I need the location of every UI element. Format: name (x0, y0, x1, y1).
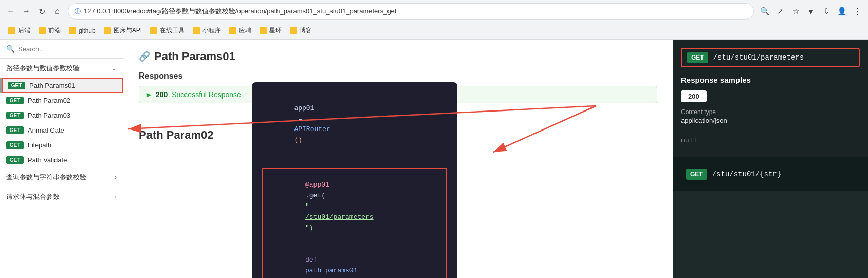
folder-icon (8, 27, 15, 34)
browser-toolbar: ← → ↻ ⌂ ⓘ 127.0.0.1:8000/redoc#tag/路径参数与… (0, 0, 868, 23)
address-bar[interactable]: ⓘ 127.0.0.1:8000/redoc#tag/路径参数与数值参数校验/o… (68, 3, 754, 20)
folder-icon (69, 27, 76, 34)
sidebar: 🔍 路径参数与数值参数校验 ⌄ GET Path Params01 GET Pa… (0, 40, 123, 278)
extensions-button[interactable]: ▼ (804, 5, 818, 18)
right-panel: GET /stu/stu01/parameters Response sampl… (673, 40, 868, 278)
bookmark-blog[interactable]: 博客 (287, 25, 315, 36)
get-badge-3: GET (6, 126, 24, 134)
code-line-2 (262, 157, 447, 168)
search-button[interactable]: 🔍 (758, 5, 771, 18)
search-row: 🔍 (6, 45, 117, 53)
content-type-label: Content type (681, 108, 860, 116)
chevron-right-icon-2: › (115, 193, 117, 200)
response-code: 200 (156, 90, 168, 99)
browser-chrome: ← → ↻ ⌂ ⓘ 127.0.0.1:8000/redoc#tag/路径参数与… (0, 0, 868, 40)
chevron-down-icon: ⌄ (112, 65, 117, 72)
nav-group-request-label: 请求体与混合参数 (6, 192, 60, 201)
code-block-container: app01 = APIRouter () @app01 .get( " /stu… (252, 72, 457, 278)
nav-group-label: 路径参数与数值参数校验 (6, 64, 80, 73)
folder-icon (290, 27, 297, 34)
nav-item-label-0: Path Params01 (29, 82, 76, 89)
sidebar-search: 🔍 (0, 40, 123, 59)
nav-group-query-params[interactable]: 查询参数与字符串参数校验 › (0, 168, 123, 187)
sidebar-item-path-param03[interactable]: GET Path Param03 (0, 108, 123, 123)
search-icon: 🔍 (6, 45, 15, 53)
status-code-tab[interactable]: 200 (681, 90, 707, 102)
code-line-4: def path_params01 (): (265, 244, 444, 278)
nav-group-query-label: 查询参数与字符串参数校验 (6, 173, 86, 182)
home-button[interactable]: ⌂ (50, 5, 64, 18)
code-line-3: @app01 .get( " /stu01/parameters ") (265, 170, 444, 245)
right-panel-endpoint-path: /stu/stu01/parameters (713, 53, 804, 62)
toolbar-actions: 🔍 ➚ ☆ ▼ ⇩ 👤 ⋮ (758, 5, 864, 18)
right-panel-endpoint-path-2: /stu/stu01/{str} (712, 170, 781, 178)
bookmark-label: 图床与API (114, 26, 142, 35)
search-input[interactable] (18, 45, 117, 53)
bookmark-label: 后端 (18, 26, 30, 35)
bookmark-frontend[interactable]: 前端 (35, 25, 64, 36)
bookmark-github[interactable]: github (66, 26, 99, 35)
bookmark-label: 星环 (269, 26, 282, 35)
response-desc: Successful Response (172, 90, 241, 99)
content-type-value: application/json (681, 117, 860, 124)
bookmark-label: github (79, 27, 96, 34)
get-badge-5: GET (6, 156, 24, 164)
bookmark-label: 小程序 (202, 26, 221, 35)
section1-title-row: 🔗 Path Params01 (139, 50, 657, 63)
folder-icon (193, 27, 200, 34)
nav-item-label-1: Path Param02 (28, 97, 70, 104)
right-panel-method-badge: GET (687, 52, 708, 63)
sidebar-item-path-param02[interactable]: GET Path Param02 (0, 93, 123, 108)
right-panel-top: GET /stu/stu01/parameters Response sampl… (673, 40, 868, 157)
folder-icon (229, 27, 236, 34)
right-panel-bottom: GET /stu/stu01/{str} (673, 157, 868, 191)
get-badge-1: GET (6, 97, 24, 104)
bookmark-backend[interactable]: 后端 (5, 25, 33, 36)
section1-title: Path Params01 (154, 50, 235, 63)
endpoint-row2: GET /stu/stu01/{str} (681, 165, 860, 183)
bookmark-label: 博客 (300, 26, 312, 35)
reload-button[interactable]: ↻ (35, 5, 48, 18)
link-icon: 🔗 (139, 51, 150, 62)
sidebar-nav: 路径参数与数值参数校验 ⌄ GET Path Params01 GET Path… (0, 59, 123, 278)
nav-item-label-3: Animal Cate (28, 126, 64, 134)
sidebar-item-filepath[interactable]: GET Filepath (0, 138, 123, 153)
forward-button[interactable]: → (20, 5, 33, 18)
nav-group-path-params[interactable]: 路径参数与数值参数校验 ⌄ (0, 59, 123, 78)
folder-icon (150, 27, 157, 34)
download-button[interactable]: ⇩ (820, 5, 833, 18)
nav-buttons: ← → ↻ ⌂ (4, 5, 64, 18)
chevron-right-icon: › (115, 174, 117, 181)
bookmark-label: 在线工具 (160, 26, 184, 35)
bookmark-xinghuan[interactable]: 星环 (256, 25, 285, 36)
back-button[interactable]: ← (4, 5, 17, 18)
nav-item-label-2: Path Param03 (28, 112, 70, 119)
bookmark-jobs[interactable]: 应聘 (226, 25, 254, 36)
response-samples-title: Response samples (681, 76, 860, 84)
nav-item-label-5: Path Validate (28, 156, 67, 164)
get-badge-4: GET (6, 141, 24, 149)
nav-group-request-body[interactable]: 请求体与混合参数 › (0, 187, 123, 207)
bookmark-imageapi[interactable]: 图床与API (101, 25, 145, 36)
app-body: 🔍 路径参数与数值参数校验 ⌄ GET Path Params01 GET Pa… (0, 40, 868, 278)
sidebar-item-animal-cate[interactable]: GET Animal Cate (0, 123, 123, 138)
profile-button[interactable]: 👤 (835, 5, 848, 18)
right-panel-method-badge-2: GET (686, 169, 707, 180)
bookmark-miniprogram[interactable]: 小程序 (190, 25, 224, 36)
folder-icon (104, 27, 111, 34)
address-text: 127.0.0.1:8000/redoc#tag/路径参数与数值参数校验/ope… (84, 7, 747, 16)
nav-item-label-4: Filepath (28, 141, 51, 149)
sidebar-item-path-validate[interactable]: GET Path Validate (0, 153, 123, 168)
menu-button[interactable]: ⋮ (851, 5, 864, 18)
bookmark-tools[interactable]: 在线工具 (147, 25, 188, 36)
get-badge-2: GET (6, 112, 24, 119)
bookmark-label: 应聘 (239, 26, 251, 35)
folder-icon (260, 27, 267, 34)
bookmarks-bar: 后端 前端 github 图床与API 在线工具 小程序 应聘 星环 (0, 23, 868, 39)
share-button[interactable]: ➚ (773, 5, 787, 18)
expand-icon: ► (145, 90, 153, 99)
sidebar-item-path-params01[interactable]: GET Path Params01 (0, 78, 123, 93)
bookmark-button[interactable]: ☆ (789, 5, 802, 18)
folder-icon (39, 27, 46, 34)
bookmark-label: 前端 (48, 26, 61, 35)
